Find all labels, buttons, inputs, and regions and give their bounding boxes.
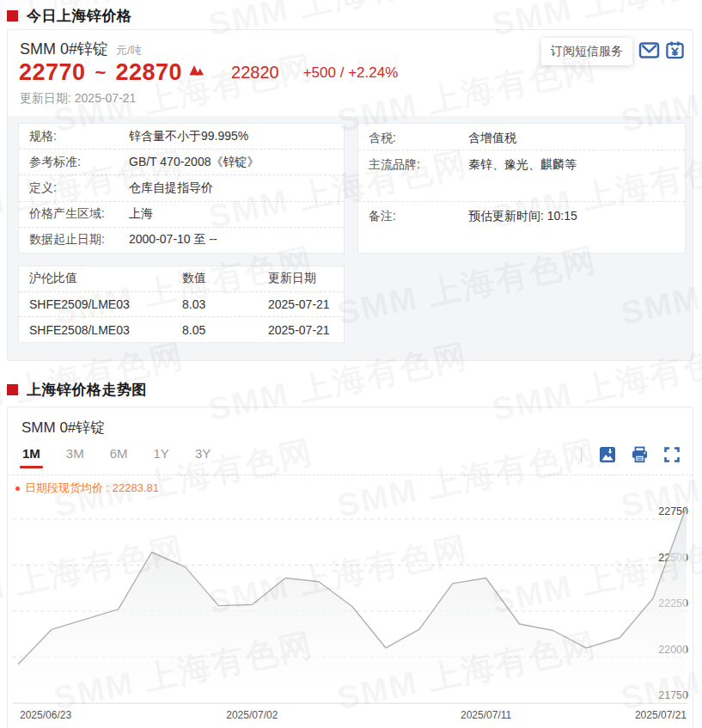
legend-separator: : (103, 481, 113, 494)
ratio-header-row: 沪伦比值数值更新日期 (19, 266, 344, 292)
tax-row-label: 备注: (369, 209, 468, 224)
section-title-today: 今日上海锌价格 (27, 6, 132, 26)
tab-3y[interactable]: 3Y (195, 446, 211, 468)
tab-1m[interactable]: 1M (22, 446, 40, 468)
update-date-label: 更新日期: (20, 91, 71, 105)
section-header-today: 今日上海锌价格 (7, 6, 132, 26)
price-average: 22820 (231, 63, 279, 83)
spec-table-row: 数据起止日期:2000-07-10 至 -- (19, 228, 344, 253)
update-date-row: 更新日期: 2025-07-21 (20, 91, 136, 107)
ratio-cell: SHFE2508/LME03 (29, 323, 182, 337)
quote-card: SMM 0#锌锭 元/吨 订阅短信服务 22770 ~ 22870 (7, 29, 693, 361)
tab-3m[interactable]: 3M (66, 446, 84, 468)
product-name: SMM 0#锌锭 (20, 39, 108, 59)
section-header-trend: 上海锌价格走势图 (7, 380, 147, 400)
ratio-table-row: SHFE2509/LME038.032025-07-21 (19, 292, 344, 318)
legend-name: 日期段现货均价 (25, 481, 103, 494)
ratio-table-row: SHFE2508/LME038.052025-07-21 (19, 317, 344, 342)
spec-row-value: 仓库自提指导价 (129, 180, 213, 196)
spec-table-row: 参考标准:GB/T 470-2008《锌锭》 (19, 150, 344, 175)
spec-row-label: 规格: (29, 129, 129, 144)
chart-card: SMM 0#锌锭 1M3M6M1Y3Y (7, 407, 693, 728)
tax-row-label: 含税: (369, 131, 468, 146)
tax-table-row: 备注:预估更新时间: 10:15 (358, 202, 685, 253)
spec-table-row: 价格产生区域:上海 (19, 202, 344, 228)
spec-row-value: 锌含量不小于99.995% (129, 129, 248, 144)
legend-value: 22283.81 (113, 481, 159, 494)
tax-row-value: 预估更新时间: 10:15 (468, 209, 577, 224)
svg-text:2025/07/21: 2025/07/21 (635, 709, 687, 721)
ratio-header-cell: 数值 (182, 271, 268, 286)
spec-row-label: 定义: (29, 180, 129, 196)
red-square-bullet (7, 384, 18, 395)
svg-text:2025/07/02: 2025/07/02 (226, 709, 278, 721)
spec-row-label: 参考标准: (29, 155, 129, 170)
range-tabs: 1M3M6M1Y3Y (22, 446, 211, 468)
ratio-cell: 2025-07-21 (268, 297, 344, 311)
legend-text: 日期段现货均价 : 22283.81 (25, 480, 159, 496)
print-icon[interactable] (631, 446, 649, 463)
mail-icon[interactable] (638, 41, 660, 59)
ratio-cell: 8.05 (182, 323, 268, 337)
chart-title: SMM 0#锌锭 (21, 418, 105, 437)
product-unit: 元/吨 (116, 43, 142, 58)
red-square-bullet (7, 10, 18, 21)
ratio-cell: 2025-07-21 (268, 323, 344, 337)
spec-row-value: 上海 (129, 206, 153, 222)
svg-text:2025/06/23: 2025/06/23 (20, 709, 71, 721)
spec-row-label: 数据起止日期: (29, 232, 129, 248)
spec-row-label: 价格产生区域: (29, 206, 129, 222)
tab-1y[interactable]: 1Y (154, 446, 169, 468)
svg-text:2025/07/11: 2025/07/11 (461, 709, 511, 721)
tax-table: 含税:含增值税主流品牌:秦锌、豫光、麒麟等备注:预估更新时间: 10:15 (357, 123, 686, 254)
price-trend-chart[interactable]: 21750220002225022500227502025/06/232025/… (8, 497, 693, 727)
price-subscribe-icon[interactable] (665, 40, 685, 60)
spec-table-row: 规格:锌含量不小于99.995% (19, 124, 344, 150)
shfe-lme-ratio-table: 沪伦比值数值更新日期SHFE2509/LME038.032025-07-21SH… (18, 266, 345, 343)
spec-row-value: 2000-07-10 至 -- (129, 232, 217, 248)
save-image-icon[interactable] (599, 446, 616, 463)
ratio-header-cell: 更新日期 (268, 271, 344, 286)
price-range-separator: ~ (95, 62, 107, 84)
spec-table: 规格:锌含量不小于99.995%参考标准:GB/T 470-2008《锌锭》定义… (18, 123, 345, 254)
update-date-value: 2025-07-21 (75, 91, 137, 105)
chart-separator (8, 474, 693, 475)
tax-table-row: 含税:含增值税 (358, 124, 685, 150)
fullscreen-icon[interactable] (663, 446, 681, 463)
price-high: 22870 (115, 59, 182, 86)
toolbar-divider (581, 447, 582, 462)
price-low: 22770 (19, 59, 86, 86)
ratio-cell: SHFE2509/LME03 (29, 297, 182, 311)
tax-row-value: 含增值税 (468, 131, 516, 146)
tax-table-row: 主流品牌:秦锌、豫光、麒麟等 (358, 150, 685, 202)
tab-6m[interactable]: 6M (110, 446, 128, 468)
spec-row-value: GB/T 470-2008《锌锭》 (129, 155, 259, 170)
ratio-cell: 8.03 (182, 297, 268, 311)
spec-table-row: 定义:仓库自提指导价 (19, 175, 344, 201)
tax-row-label: 主流品牌: (369, 157, 468, 173)
legend-dot-icon (15, 486, 20, 491)
product-line: SMM 0#锌锭 元/吨 (20, 39, 142, 59)
price-up-arrow-icon (189, 64, 204, 76)
subscribe-sms-tooltip[interactable]: 订阅短信服务 (541, 38, 632, 65)
section-title-trend: 上海锌价格走势图 (27, 380, 147, 400)
ratio-header-cell: 沪伦比值 (29, 271, 182, 286)
tax-row-value: 秦锌、豫光、麒麟等 (468, 157, 577, 173)
chart-toolbar (581, 446, 681, 463)
chart-legend: 日期段现货均价 : 22283.81 (15, 480, 159, 496)
price-row: 22770 ~ 22870 22820 +500 / +2.24% (19, 59, 398, 86)
price-change: +500 / +2.24% (303, 64, 399, 82)
